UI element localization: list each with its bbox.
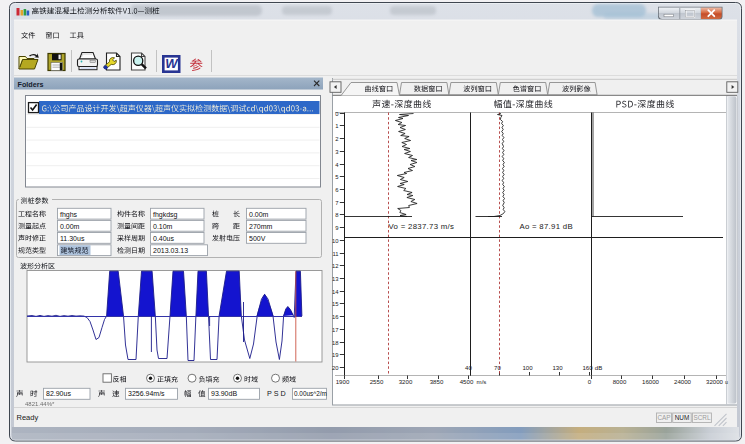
svg-text:1900: 1900	[336, 378, 350, 385]
svg-text:3850: 3850	[430, 378, 444, 385]
svg-text:9: 9	[335, 225, 338, 231]
svg-text:Folders: Folders	[18, 80, 44, 89]
svg-text:3256.94m/s: 3256.94m/s	[128, 390, 165, 397]
svg-text:2013.03.13: 2013.03.13	[153, 247, 188, 254]
svg-text:Vo = 2837.73 m/s: Vo = 2837.73 m/s	[389, 222, 455, 231]
svg-text:m/s: m/s	[477, 378, 487, 385]
svg-text:CAP: CAP	[657, 414, 670, 421]
svg-text:0.00m: 0.00m	[60, 223, 80, 230]
svg-text:19: 19	[332, 352, 339, 358]
svg-text:2550: 2550	[370, 378, 384, 385]
svg-text:11: 11	[332, 251, 338, 257]
svg-text:500V: 500V	[249, 235, 266, 242]
svg-text:Ready: Ready	[17, 413, 39, 422]
svg-text:40: 40	[465, 364, 472, 371]
svg-text:u: u	[725, 379, 728, 385]
svg-text:SCRL: SCRL	[693, 414, 710, 421]
svg-text:70: 70	[494, 364, 501, 371]
svg-text:7: 7	[335, 200, 338, 206]
svg-text:8000: 8000	[613, 378, 627, 385]
svg-text:4500: 4500	[460, 378, 474, 385]
svg-text:11.30us: 11.30us	[60, 235, 85, 242]
svg-text:1: 1	[335, 123, 338, 129]
svg-text:93.90dB: 93.90dB	[211, 390, 237, 397]
svg-text:130: 130	[552, 364, 563, 371]
svg-text:32000: 32000	[706, 378, 724, 385]
svg-text:17: 17	[332, 327, 339, 333]
svg-text:3200: 3200	[399, 378, 413, 385]
svg-text:P S D: P S D	[267, 389, 286, 398]
svg-text:20: 20	[332, 365, 339, 371]
svg-text:270mm: 270mm	[249, 223, 273, 230]
svg-text:Ao = 87.91 dB: Ao = 87.91 dB	[519, 222, 573, 231]
svg-text:10: 10	[332, 238, 339, 244]
svg-text:24000: 24000	[674, 378, 692, 385]
svg-text:fhgkdsg: fhgkdsg	[153, 211, 178, 219]
svg-text:16000: 16000	[642, 378, 660, 385]
svg-text:15: 15	[332, 301, 339, 307]
svg-text:0.10m: 0.10m	[153, 223, 173, 230]
svg-text:0.00us^2/m: 0.00us^2/m	[294, 390, 327, 397]
svg-text:13: 13	[332, 276, 339, 282]
svg-text:82.90us: 82.90us	[46, 390, 71, 397]
svg-text:dB: dB	[595, 364, 602, 371]
svg-text:W: W	[165, 56, 179, 71]
svg-text:100: 100	[522, 364, 533, 371]
svg-text:16: 16	[332, 314, 339, 320]
svg-text:NUM: NUM	[675, 414, 690, 421]
svg-text:0.00m: 0.00m	[249, 211, 269, 218]
svg-text:18: 18	[332, 340, 339, 346]
svg-text:fhghs: fhghs	[60, 211, 78, 219]
svg-text:4821.44%*: 4821.44%*	[25, 401, 55, 407]
svg-text:2: 2	[335, 136, 338, 142]
svg-text:12: 12	[332, 263, 339, 269]
svg-text:160: 160	[582, 364, 593, 371]
svg-text:0.40us: 0.40us	[153, 235, 175, 242]
svg-text:14: 14	[332, 289, 339, 295]
